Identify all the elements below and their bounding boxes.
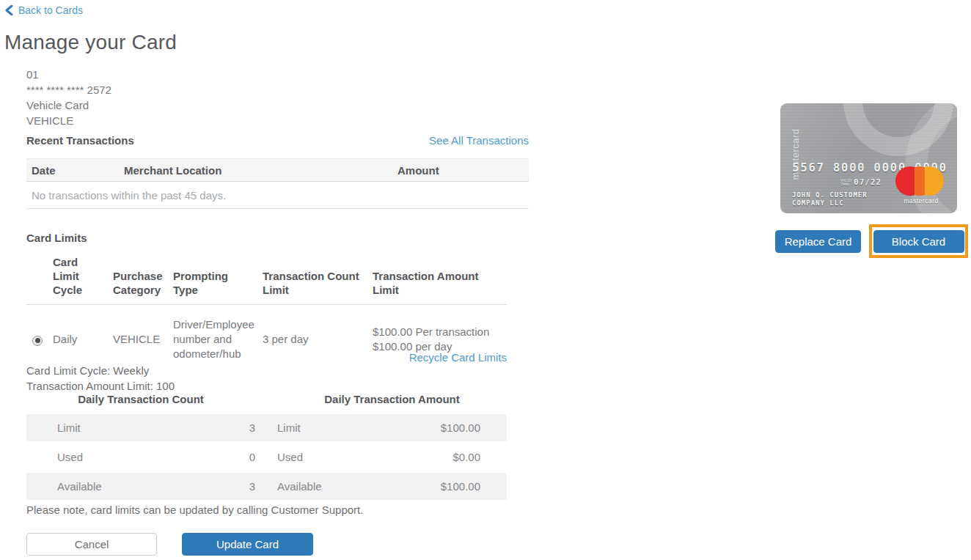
amount-limit-per-transaction: $100.00 Per transaction	[373, 325, 499, 339]
chevron-left-icon	[4, 5, 14, 15]
transactions-table: Date Merchant Location Amount No transac…	[26, 158, 529, 209]
back-link-label: Back to Cards	[18, 4, 83, 16]
count-available-label: Available	[26, 480, 151, 493]
valid-thru-label-bottom: THRU	[840, 183, 851, 186]
cell-card-limit-cycle: Daily	[53, 332, 113, 347]
amount-available-value: $100.00	[395, 480, 507, 493]
amount-limit-value: $100.00	[395, 421, 507, 434]
mastercard-logo-word: mastercard	[895, 197, 947, 205]
card-expiry: 07/22	[854, 177, 882, 187]
column-header-merchant-location: Merchant Location	[124, 164, 397, 177]
page-title: Manage your Card	[4, 31, 177, 54]
card-summary: 01 **** **** **** 2572 Vehicle Card VEHI…	[26, 67, 111, 128]
card-limit-radio[interactable]	[32, 336, 43, 346]
cancel-button[interactable]: Cancel	[26, 533, 157, 556]
column-header-card-limit-cycle: Card Limit Cycle	[53, 255, 113, 297]
column-header-prompting-type: Prompting Type	[173, 269, 263, 297]
card-name-label: VEHICLE	[26, 113, 111, 128]
annotation-highlight-box: Block Card	[869, 224, 968, 258]
card-limits-summary: Card Limit Cycle: Weekly Transaction Amo…	[26, 363, 175, 394]
cell-transaction-amount-limit: $100.00 Per transaction $100.00 per day	[373, 325, 507, 354]
card-holder-name: JOHN Q. CUSTOMER COMPANY LLC	[792, 191, 868, 207]
card-holder-line1: JOHN Q. CUSTOMER	[792, 191, 868, 199]
amount-used-label: Used	[277, 451, 395, 463]
card-type-label: Vehicle Card	[26, 97, 111, 113]
cell-purchase-category: VEHICLE	[113, 332, 173, 347]
transactions-table-header: Date Merchant Location Amount	[26, 158, 529, 182]
daily-transaction-count-title: Daily Transaction Count	[78, 393, 204, 405]
usage-tables: Limit 3 Limit $100.00 Used 0 Used $0.00 …	[26, 414, 507, 502]
card-sequence-number: 01	[26, 67, 111, 82]
transactions-empty-message: No transactions within the past 45 days.	[26, 182, 529, 209]
card-image: mastercard 5567 8000 0000 0000 VALID THR…	[780, 103, 957, 213]
update-card-button[interactable]: Update Card	[182, 533, 313, 556]
column-header-amount: Amount	[397, 164, 529, 177]
count-used-label: Used	[26, 451, 151, 463]
column-header-transaction-amount-limit: Transaction Amount Limit	[373, 269, 507, 297]
daily-transaction-amount-title: Daily Transaction Amount	[324, 393, 459, 405]
transaction-amount-limit-summary: Transaction Amount Limit: 100	[26, 378, 175, 394]
amount-used-value: $0.00	[395, 451, 507, 463]
card-number-masked: **** **** **** 2572	[26, 82, 111, 97]
recent-transactions-title: Recent Transactions	[26, 134, 134, 147]
column-header-purchase-category: Purchase Category	[113, 269, 173, 297]
count-available-value: 3	[151, 480, 255, 493]
column-header-transaction-count-limit: Transaction Count Limit	[263, 269, 373, 297]
see-all-transactions-link[interactable]: See All Transactions	[429, 134, 529, 147]
card-limits-table-header: Card Limit Cycle Purchase Category Promp…	[26, 255, 507, 305]
column-header-date: Date	[26, 164, 124, 177]
recent-transactions-header: Recent Transactions See All Transactions	[26, 134, 529, 147]
count-limit-label: Limit	[26, 421, 151, 434]
card-limits-title: Card Limits	[26, 232, 87, 244]
replace-card-button[interactable]: Replace Card	[775, 230, 861, 253]
customer-support-note: Please note, card limits can be updated …	[26, 504, 363, 516]
amount-limit-label: Limit	[277, 421, 395, 434]
count-limit-value: 3	[151, 421, 255, 434]
amount-available-label: Available	[277, 480, 395, 493]
usage-row-limit: Limit 3 Limit $100.00	[26, 414, 507, 441]
back-to-cards-link[interactable]: Back to Cards	[4, 4, 83, 16]
recycle-card-limits-link[interactable]: Recycle Card Limits	[409, 351, 507, 364]
cell-transaction-count-limit: 3 per day	[263, 332, 373, 347]
mastercard-logo-icon: mastercard	[895, 166, 947, 205]
usage-row-available: Available 3 Available $100.00	[26, 473, 507, 500]
block-card-button[interactable]: Block Card	[873, 230, 964, 253]
usage-row-used: Used 0 Used $0.00	[26, 443, 507, 471]
card-limit-cycle-summary: Card Limit Cycle: Weekly	[26, 363, 175, 378]
count-used-value: 0	[151, 451, 255, 463]
card-holder-line2: COMPANY LLC	[792, 199, 868, 207]
card-valid-thru: VALID THRU 07/22	[840, 177, 882, 187]
usage-tables-header: Daily Transaction Count Daily Transactio…	[26, 393, 507, 406]
card-vertical-brand-text: mastercard	[790, 118, 801, 191]
